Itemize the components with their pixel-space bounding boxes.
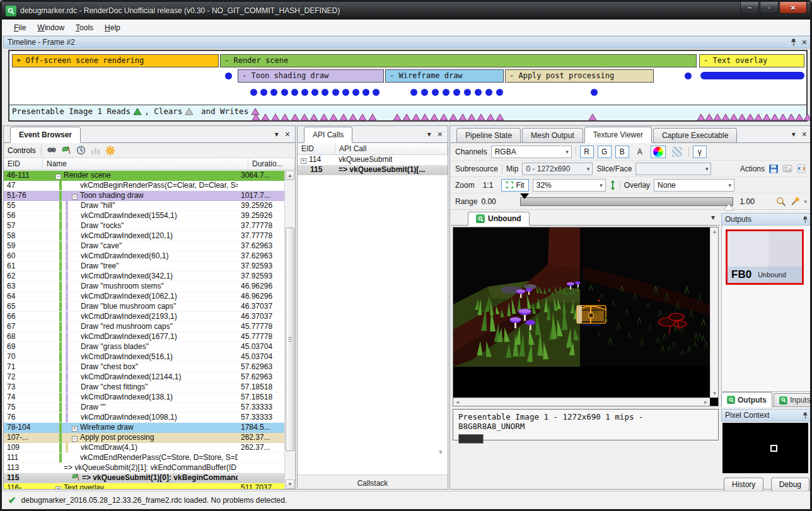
tab-pipeline-state[interactable]: Pipeline State [456, 128, 521, 142]
event-browser-scrollbar[interactable]: ▲ ▼ [284, 171, 295, 489]
zoom-1to1-button[interactable]: 1:1 [478, 179, 498, 192]
write-usage-triangle[interactable] [252, 113, 260, 121]
dock-close-icon[interactable]: × [285, 130, 290, 138]
range-max-value[interactable]: 1.00 [740, 197, 772, 206]
fb0-thumbnail[interactable]: FB0 Unbound [726, 229, 804, 285]
dock-menu-icon[interactable]: ▾ [275, 130, 279, 139]
minimize-button[interactable]: – [740, 2, 759, 14]
tree-expander-icon[interactable]: + [72, 426, 78, 432]
zoom-range-icon[interactable] [776, 197, 786, 207]
api-call-row[interactable]: 115=> vkQueueSubmit(1)[... [298, 165, 448, 175]
event-row[interactable]: 69Draw "grass blades"45.03704 [4, 342, 284, 352]
timeline-draw-dot[interactable] [281, 89, 288, 96]
timeline-draw-dot[interactable] [453, 89, 460, 96]
write-usage-triangle[interactable] [705, 113, 714, 121]
write-usage-triangle[interactable] [754, 113, 763, 121]
event-row[interactable]: 60vkCmdDrawIndexed(60,1)37.62963 [4, 251, 284, 261]
timeline-marker-bar[interactable]: + Off-screen scene rendering [12, 54, 219, 67]
event-row[interactable]: 76vkCmdDrawIndexed(1098,1)57.33333 [4, 413, 284, 423]
event-row[interactable]: 109vkCmdDraw(4,1)262.37... [4, 443, 284, 453]
timeline-draw-dot[interactable] [291, 89, 298, 96]
tree-expander-icon[interactable]: + [301, 158, 306, 164]
write-usage-triangle[interactable] [412, 113, 420, 121]
event-row[interactable]: 70vkCmdDrawIndexed(516,1)45.03704 [4, 352, 284, 362]
event-row[interactable]: 56vkCmdDrawIndexed(1554,1)39.25926 [4, 211, 284, 221]
time-durations-icon[interactable] [76, 146, 86, 155]
viewport-vertical-scrollbar[interactable]: ▲ ▼ [710, 227, 718, 398]
event-row[interactable]: 78-104+Wireframe draw1784.5... [4, 423, 284, 433]
event-row[interactable]: 115=> vkQueueSubmit(1)[0]: vkBeginComman… [4, 473, 284, 483]
viewport-horizontal-scrollbar[interactable]: ◄ ► [453, 398, 710, 406]
timeline-marker-bar[interactable]: - Render scene [220, 54, 697, 67]
scroll-left-icon[interactable]: ◄ [453, 398, 461, 406]
write-usage-triangle[interactable] [329, 113, 338, 121]
write-usage-triangle[interactable] [449, 113, 458, 121]
texture-viewport[interactable]: ▲ ▼ ◄ ► [453, 227, 719, 406]
event-row[interactable]: 55Draw "hill"39.25926 [4, 201, 284, 211]
close-button[interactable]: ✕ [779, 2, 807, 14]
write-usage-triangle[interactable] [430, 113, 439, 121]
find-icon[interactable] [47, 146, 57, 155]
close-icon[interactable]: × [802, 38, 807, 46]
timeline-draw-dot[interactable] [342, 89, 349, 96]
event-row[interactable]: 107-...−Apply post processing262.37... [4, 433, 284, 443]
api-call-row[interactable]: +114vkQueueSubmit [298, 155, 448, 165]
event-row[interactable]: 46-111−Render scene3064.7... [4, 171, 284, 181]
write-usage-triangle[interactable] [439, 113, 448, 121]
menu-window[interactable]: Window [32, 21, 70, 34]
timeline-canvas[interactable]: Presentable Image 1 Reads , Clears and W… [8, 50, 808, 122]
scroll-down-icon[interactable]: ▼ [286, 479, 294, 489]
write-usage-triangle[interactable] [770, 113, 779, 121]
timeline-draw-dot[interactable] [496, 89, 503, 96]
timeline-marker-bar[interactable]: - Wireframe draw [385, 69, 504, 83]
range-white-point-handle[interactable] [724, 204, 733, 210]
event-row[interactable]: 65Draw "blue mushroom caps"46.37037 [4, 302, 284, 312]
channel-red-button[interactable]: R [580, 146, 594, 158]
tab-capture-executable[interactable]: Capture Executable [653, 128, 737, 142]
event-row[interactable]: 75Draw ""57.33333 [4, 403, 284, 413]
event-row[interactable]: 72vkCmdDrawIndexed(12144,1)57.62963 [4, 372, 284, 382]
tree-expander-icon[interactable]: − [72, 436, 78, 442]
timeline-draw-dot[interactable] [250, 89, 257, 96]
write-usage-triangle[interactable] [779, 113, 787, 121]
timeline-draw-dot[interactable] [311, 89, 318, 96]
write-usage-triangle[interactable] [588, 113, 597, 121]
write-usage-triangle[interactable] [393, 113, 402, 121]
range-black-point-handle[interactable] [520, 193, 529, 199]
write-usage-triangle[interactable] [697, 113, 705, 121]
write-usage-triangle[interactable] [402, 113, 411, 121]
slice-face-combo[interactable]: ▾ [635, 163, 711, 175]
menu-file[interactable]: File [8, 21, 32, 34]
settings-star-icon[interactable] [105, 146, 115, 156]
dock-menu-icon[interactable]: ▾ [792, 130, 796, 139]
timeline-draw-dot[interactable] [322, 89, 328, 96]
channel-green-button[interactable]: G [598, 146, 612, 158]
write-usage-triangle[interactable] [721, 113, 730, 121]
pin-icon[interactable] [791, 38, 797, 46]
bookmark-flag-icon[interactable] [62, 146, 71, 155]
write-usage-triangle[interactable] [420, 113, 429, 121]
zoom-level-combo[interactable]: 32%▾ [533, 179, 606, 192]
write-usage-triangle[interactable] [358, 113, 367, 121]
write-usage-triangle[interactable] [271, 113, 280, 121]
write-usage-triangle[interactable] [762, 113, 771, 121]
timeline-draw-dot[interactable] [373, 89, 380, 96]
timeline-draw-dot[interactable] [464, 89, 471, 96]
write-usage-triangle[interactable] [467, 113, 476, 121]
write-usage-triangle[interactable] [300, 113, 309, 121]
texture-tab-menu-icon[interactable]: ▾ [711, 213, 715, 222]
write-usage-triangle[interactable] [281, 113, 289, 121]
debug-button[interactable]: Debug [771, 478, 809, 491]
menu-help[interactable]: Help [99, 21, 126, 34]
timeline-draw-dot[interactable] [421, 89, 428, 96]
dock-menu-icon[interactable]: ▾ [427, 130, 431, 139]
gamma-button[interactable]: γ [693, 146, 707, 158]
write-usage-triangle[interactable] [795, 113, 804, 121]
timeline-draw-dot[interactable] [362, 89, 369, 96]
overlay-combo[interactable]: None▾ [654, 179, 734, 192]
dock-close-icon[interactable]: × [802, 130, 807, 138]
write-usage-triangle[interactable] [803, 113, 812, 121]
event-row[interactable]: 61Draw "tree"37.92593 [4, 261, 284, 272]
range-min-value[interactable]: 0.00 [481, 197, 514, 206]
tab-unbound-texture[interactable]: Unbound [468, 212, 530, 226]
